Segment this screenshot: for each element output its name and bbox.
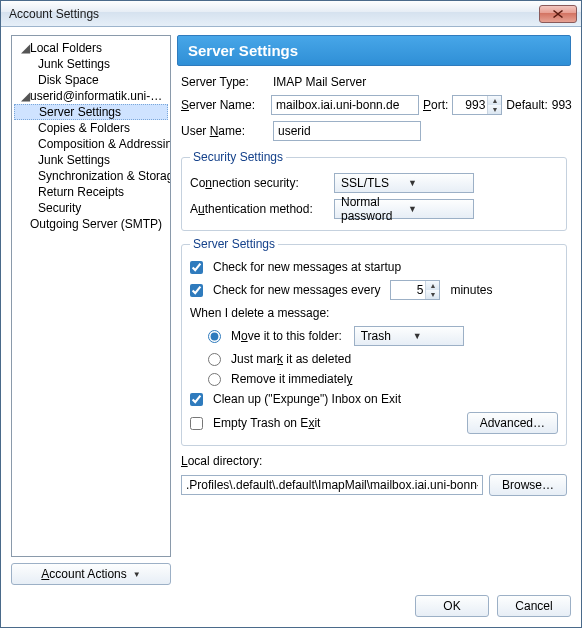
close-button[interactable] [539, 5, 577, 23]
server-legend: Server Settings [190, 237, 278, 251]
server-name-input[interactable] [271, 95, 419, 115]
tree-item-junk-settings[interactable]: Junk Settings [14, 56, 168, 72]
tree-item-junk-settings-acct[interactable]: Junk Settings [14, 152, 168, 168]
delete-mark-label: Just mark it as deleted [231, 352, 351, 366]
spin-up-icon[interactable]: ▲ [488, 96, 501, 105]
delete-mark-radio[interactable] [208, 353, 221, 366]
tree-item-smtp[interactable]: Outgoing Server (SMTP) [14, 216, 168, 232]
close-icon [553, 10, 563, 18]
browse-button[interactable]: Browse… [489, 474, 567, 496]
account-settings-window: Account Settings ◢Local Folders Junk Set… [0, 0, 582, 628]
chevron-down-icon: ▼ [413, 331, 459, 341]
ok-button[interactable]: OK [415, 595, 489, 617]
expunge-label: Clean up ("Expunge") Inbox on Exit [213, 392, 401, 406]
local-dir-label: Local directory: [181, 454, 262, 468]
check-startup-label: Check for new messages at startup [213, 260, 401, 274]
delete-move-radio[interactable] [208, 330, 221, 343]
username-label: User Name: [181, 124, 267, 138]
default-port-label: Default: [506, 98, 547, 112]
tree-node-local-folders[interactable]: ◢Local Folders [14, 40, 168, 56]
chevron-down-icon: ▼ [408, 178, 469, 188]
dialog-body: ◢Local Folders Junk Settings Disk Space … [1, 27, 581, 627]
settings-panel: Server Settings Server Type: IMAP Mail S… [177, 35, 571, 557]
security-legend: Security Settings [190, 150, 286, 164]
window-title: Account Settings [9, 7, 539, 21]
server-type-value: IMAP Mail Server [273, 75, 366, 89]
chevron-down-icon: ▼ [133, 570, 141, 579]
auth-method-label: Authentication method: [190, 202, 328, 216]
chevron-down-icon[interactable]: ◢ [20, 41, 30, 55]
titlebar: Account Settings [1, 1, 581, 27]
default-port-value: 993 [552, 98, 572, 112]
tree-item-copies-folders[interactable]: Copies & Folders [14, 120, 168, 136]
delete-move-label: Move it to this folder: [231, 329, 342, 343]
security-settings-group: Security Settings Connection security: S… [181, 150, 567, 231]
panel-header: Server Settings [177, 35, 571, 66]
tree-item-server-settings[interactable]: Server Settings [14, 104, 168, 120]
delete-header: When I delete a message: [190, 306, 329, 320]
tree-item-return-receipts[interactable]: Return Receipts [14, 184, 168, 200]
trash-folder-select[interactable]: Trash▼ [354, 326, 464, 346]
username-input[interactable] [273, 121, 421, 141]
server-type-label: Server Type: [181, 75, 267, 89]
advanced-button[interactable]: Advanced… [467, 412, 558, 434]
check-every-checkbox[interactable] [190, 284, 203, 297]
tree-item-disk-space[interactable]: Disk Space [14, 72, 168, 88]
tree-item-sync-storage[interactable]: Synchronization & Storage [14, 168, 168, 184]
empty-trash-label: Empty Trash on Exit [213, 416, 320, 430]
server-settings-group: Server Settings Check for new messages a… [181, 237, 567, 446]
cancel-button[interactable]: Cancel [497, 595, 571, 617]
spin-down-icon[interactable]: ▼ [488, 105, 501, 114]
minutes-label: minutes [450, 283, 492, 297]
tree-node-account[interactable]: ◢userid@informatik.uni-bonn.de [14, 88, 168, 104]
chevron-down-icon[interactable]: ◢ [20, 89, 30, 103]
chevron-down-icon: ▼ [408, 204, 469, 214]
server-name-label: Server Name: [181, 98, 267, 112]
local-dir-input[interactable] [181, 475, 483, 495]
spin-up-icon[interactable]: ▲ [426, 281, 439, 290]
port-label: Port: [423, 98, 448, 112]
expunge-checkbox[interactable] [190, 393, 203, 406]
port-input[interactable] [453, 96, 487, 114]
delete-remove-label: Remove it immediately [231, 372, 352, 386]
connection-security-label: Connection security: [190, 176, 328, 190]
connection-security-select[interactable]: SSL/TLS▼ [334, 173, 474, 193]
port-spinner[interactable]: ▲▼ [452, 95, 502, 115]
empty-trash-checkbox[interactable] [190, 417, 203, 430]
interval-input[interactable] [391, 281, 425, 299]
tree-item-composition[interactable]: Composition & Addressing [14, 136, 168, 152]
check-every-label: Check for new messages every [213, 283, 380, 297]
spin-down-icon[interactable]: ▼ [426, 290, 439, 299]
interval-spinner[interactable]: ▲▼ [390, 280, 440, 300]
auth-method-select[interactable]: Normal password▼ [334, 199, 474, 219]
check-startup-checkbox[interactable] [190, 261, 203, 274]
accounts-tree[interactable]: ◢Local Folders Junk Settings Disk Space … [11, 35, 171, 557]
delete-remove-radio[interactable] [208, 373, 221, 386]
account-actions-button[interactable]: Account Actions ▼ [11, 563, 171, 585]
tree-item-security[interactable]: Security [14, 200, 168, 216]
